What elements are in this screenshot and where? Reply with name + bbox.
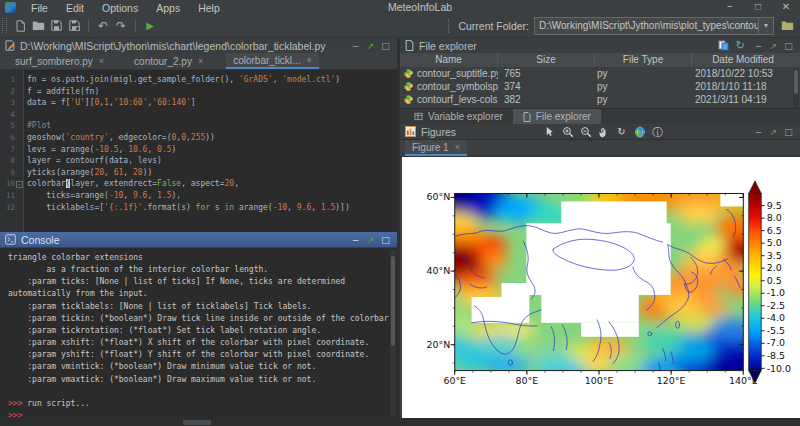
close-tab-icon[interactable]: × xyxy=(198,56,203,66)
menu-apps[interactable]: Apps xyxy=(147,2,189,14)
editor-tab-colorbar-tickl-[interactable]: colorbar_tickl...× xyxy=(226,53,319,69)
column-header-size[interactable]: Size xyxy=(498,53,595,67)
zoom-out-button[interactable] xyxy=(579,125,593,139)
python-file-icon xyxy=(404,69,413,78)
svg-text:-8.5: -8.5 xyxy=(767,350,785,361)
column-header-file-type[interactable]: File Type xyxy=(595,53,692,67)
code-line[interactable]: 9yticks(arange(20, 61, 20)) xyxy=(0,167,397,179)
python-file-icon xyxy=(404,82,413,91)
svg-text:-10.0: -10.0 xyxy=(767,363,791,374)
file-row[interactable]: contour_suptitle.py765py2018/10/22 10:53 xyxy=(400,67,800,80)
run-script-button[interactable]: ▶ xyxy=(142,18,158,34)
full-extent-button[interactable] xyxy=(633,125,647,139)
code-line[interactable]: 5#Plot xyxy=(0,120,397,132)
maximize-panel-icon[interactable]: □ xyxy=(781,41,796,51)
open-file-button[interactable] xyxy=(30,18,46,34)
scrollbar-thumb[interactable] xyxy=(391,256,395,346)
editor-tab-contour-2-py[interactable]: contour_2.py× xyxy=(127,53,210,69)
pan-button[interactable] xyxy=(597,125,611,139)
toolbar-drag-handle[interactable] xyxy=(448,19,452,33)
console-line: :param ticklabels: [None | list of tickl… xyxy=(8,301,397,313)
hand-icon xyxy=(598,126,609,138)
line-number: 4 xyxy=(0,109,15,121)
minimize-panel-icon[interactable]: − xyxy=(751,41,766,51)
save-as-button[interactable] xyxy=(66,18,82,34)
code-editor[interactable]: 1fn = os.path.join(migl.get_sample_folde… xyxy=(0,70,397,232)
redo-button[interactable]: ↷ xyxy=(113,18,129,34)
minimize-panel-icon[interactable]: − xyxy=(348,235,363,245)
console-output[interactable]: triangle colorbar extensions as a fracti… xyxy=(0,248,397,418)
menu-options[interactable]: Options xyxy=(93,2,147,14)
code-line[interactable]: 11 ticks=arange(-10, 9.6, 1.5), xyxy=(0,190,397,202)
file-row[interactable]: contour_symbolspe...374py2018/1/10 11:18 xyxy=(400,80,800,93)
file-table-scrollbar[interactable] xyxy=(793,68,799,108)
save-icon xyxy=(51,20,62,31)
main-toolbar: ↶ ↷ ▶ Current Folder: D:\Working\MIScrip… xyxy=(0,14,800,38)
column-header-date-modified[interactable]: Date Modified xyxy=(692,53,794,67)
svg-text:-2.5: -2.5 xyxy=(767,300,785,311)
close-icon[interactable]: ✕ xyxy=(772,0,800,14)
editor-tab-surf-sombrero-py[interactable]: surf_sombrero.py× xyxy=(8,53,111,69)
menu-help[interactable]: Help xyxy=(189,2,229,14)
fold-marker-icon[interactable]: − xyxy=(16,181,23,188)
close-tab-icon[interactable]: × xyxy=(99,56,104,66)
identify-button[interactable]: ⓘ xyxy=(651,125,665,139)
line-number: 5 xyxy=(0,120,15,132)
refresh-button[interactable]: ↻ xyxy=(736,39,745,52)
svg-text:60°N: 60°N xyxy=(426,191,450,202)
code-line[interactable]: 3data = f['U'][0,1,'10:60','60:140'] xyxy=(0,97,397,109)
tab-variable-explorer[interactable]: Variable explorer xyxy=(404,109,513,124)
undo-button[interactable]: ↶ xyxy=(95,18,111,34)
scrollbar-thumb[interactable] xyxy=(794,70,798,94)
menu-edit[interactable]: Edit xyxy=(57,2,93,14)
column-header-name[interactable]: Name xyxy=(400,53,498,67)
console-scrollbar[interactable] xyxy=(390,250,396,416)
file-row[interactable]: contourf_levs-cols.py382py2021/3/11 04:1… xyxy=(400,93,800,106)
app-logo-icon xyxy=(5,2,16,13)
line-number: 10 xyxy=(0,178,15,190)
maximize-panel-icon[interactable]: □ xyxy=(378,235,393,245)
detach-panel-icon[interactable]: ↗ xyxy=(766,41,781,51)
code-line[interactable]: 6geoshow('country', edgecolor=(0,0,255)) xyxy=(0,132,397,144)
detach-panel-icon[interactable]: ↗ xyxy=(766,127,781,137)
detach-panel-icon[interactable]: ↗ xyxy=(363,235,378,245)
code-line[interactable]: 4 xyxy=(0,109,397,121)
maximize-icon[interactable]: □ xyxy=(744,0,772,14)
browse-folder-button[interactable] xyxy=(779,18,795,34)
code-line[interactable]: 1fn = os.path.join(migl.get_sample_folde… xyxy=(0,74,397,86)
maximize-panel-icon[interactable]: □ xyxy=(781,127,796,137)
code-line[interactable]: 8layer = contourf(data, levs) xyxy=(0,155,397,167)
maximize-panel-icon[interactable]: □ xyxy=(378,41,393,51)
new-file-icon xyxy=(15,20,26,32)
toolbar-separator xyxy=(135,19,136,33)
detach-panel-icon[interactable]: ↗ xyxy=(363,41,378,51)
figure-tab-figure-1[interactable]: Figure 1× xyxy=(405,140,467,156)
scrollbar-thumb[interactable] xyxy=(183,420,211,425)
tab-file-explorer[interactable]: File explorer xyxy=(513,109,601,124)
new-file-button[interactable] xyxy=(12,18,28,34)
code-line[interactable]: 12 ticklabels=['{:.1f}'.format(s) for s … xyxy=(0,202,397,214)
save-button[interactable] xyxy=(48,18,64,34)
figures-panel: Figures ↻ xyxy=(400,124,800,418)
menu-file[interactable]: File xyxy=(22,2,57,14)
svg-text:140°E: 140°E xyxy=(729,375,758,386)
close-tab-icon[interactable]: × xyxy=(455,142,460,152)
close-tab-icon[interactable]: × xyxy=(306,55,311,65)
code-line[interactable]: 7levs = arange(-10.5, 10.6, 0.5) xyxy=(0,144,397,156)
minimize-icon[interactable]: − xyxy=(716,0,744,14)
import-files-button[interactable] xyxy=(718,40,729,51)
chevron-down-icon[interactable]: ▾ xyxy=(758,18,773,34)
code-line[interactable]: 2f = addfile(fn) xyxy=(0,86,397,98)
rotate-button[interactable]: ↻ xyxy=(615,125,629,139)
select-pointer-button[interactable] xyxy=(543,125,557,139)
panel-controls: − ↗ □ xyxy=(348,41,393,51)
code-line[interactable]: 10−colorbar(layer, extendrect=False, asp… xyxy=(0,178,397,190)
zoom-in-icon xyxy=(562,126,574,138)
line-number: 9 xyxy=(0,167,15,179)
current-folder-combobox[interactable]: D:\Working\MIScript\Jython\mis\plot_type… xyxy=(534,17,774,35)
toolbar-drag-handle[interactable] xyxy=(2,18,7,33)
minimize-panel-icon[interactable]: − xyxy=(348,41,363,51)
figure-canvas[interactable]: 60°E80°E100°E120°E140°E60°N40°N20°N9.58.… xyxy=(402,157,800,418)
zoom-in-button[interactable] xyxy=(561,125,575,139)
minimize-panel-icon[interactable]: − xyxy=(751,127,766,137)
